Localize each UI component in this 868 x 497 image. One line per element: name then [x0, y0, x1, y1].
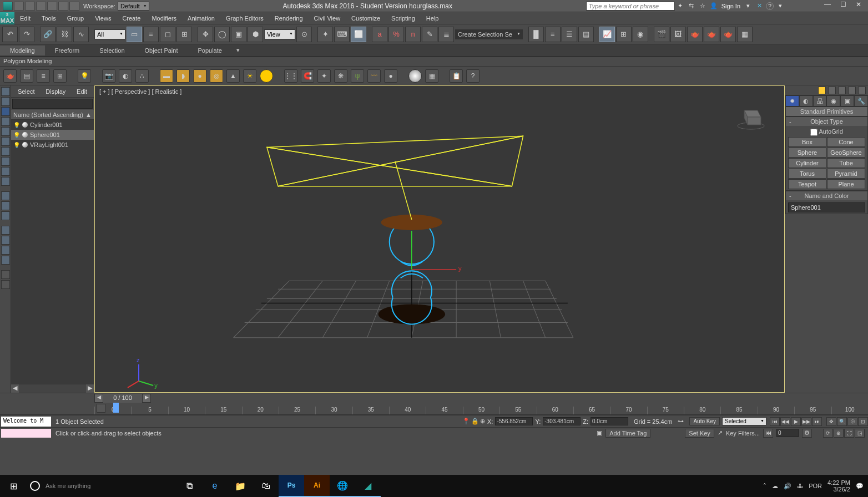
filter-camera-icon[interactable]	[1, 127, 10, 136]
list-item[interactable]: 💡 Cylinder001	[11, 120, 94, 130]
key-arrow-icon[interactable]: ↗	[718, 429, 723, 437]
move-button[interactable]: ✥	[198, 27, 213, 42]
nav-fov-button[interactable]: ⦾	[847, 417, 857, 426]
prev-key-button[interactable]: ⏮	[763, 429, 773, 438]
setkey-button[interactable]: Set Key	[685, 429, 714, 438]
coord-toggle-icon[interactable]: ⊕	[480, 418, 485, 425]
primitive-cone[interactable]: Cone	[827, 137, 865, 147]
nav-extra-button[interactable]: ◲	[855, 429, 865, 438]
edge-app-icon[interactable]: e	[202, 475, 228, 497]
key-icon[interactable]: ⊶	[678, 418, 684, 425]
menu-help[interactable]: Help	[421, 13, 445, 23]
nav-maximize-button[interactable]: ⛶	[844, 429, 854, 438]
ribbon-expand-icon[interactable]: ▾	[236, 47, 240, 54]
viewport-canvas[interactable]: y z y	[95, 86, 784, 392]
slider-left-button[interactable]: ◀	[94, 394, 103, 403]
minimize-button[interactable]: —	[820, 1, 835, 12]
filter-xref-icon[interactable]	[1, 167, 10, 176]
time-config-icon[interactable]	[97, 404, 105, 413]
tray-volume-icon[interactable]: 🔊	[784, 483, 791, 490]
named-selection-button[interactable]: ≣	[438, 27, 454, 42]
grid-icon[interactable]: ⊞	[53, 69, 67, 83]
list-item[interactable]: 💡 Sphere001	[11, 130, 94, 140]
gold-sphere-icon[interactable]	[260, 69, 273, 83]
viewport-label[interactable]: [ + ] [ Perspective ] [ Realistic ]	[99, 88, 181, 95]
hierarchy-tab[interactable]: 品	[813, 95, 827, 106]
cortana-search-input[interactable]: Ask me anything	[43, 483, 176, 489]
close-button[interactable]: ✕	[851, 1, 866, 12]
menu-create[interactable]: Create	[117, 13, 146, 23]
primitive-cylinder[interactable]: Cylinder	[788, 158, 826, 168]
photoshop-app-icon[interactable]: Ps	[279, 475, 304, 497]
star-icon[interactable]: ✦	[317, 69, 331, 83]
filter-light-icon[interactable]	[1, 117, 10, 126]
chrome-app-icon[interactable]: 🌐	[330, 475, 355, 497]
signin-arrow-icon[interactable]: ▾	[744, 2, 753, 11]
ribbon-tab-objectpaint[interactable]: Object Paint	[135, 45, 188, 55]
scene-filter-input[interactable]	[12, 99, 93, 109]
redo-icon[interactable]	[58, 2, 68, 11]
tray-lang[interactable]: POR	[809, 483, 822, 489]
maxscript-listener[interactable]: Welcome to M	[1, 417, 51, 427]
filter-a-icon[interactable]	[1, 191, 10, 200]
menu-scripting[interactable]: Scripting	[386, 13, 421, 23]
primitive-box[interactable]: Box	[788, 137, 826, 147]
rock-icon[interactable]: ●	[384, 69, 397, 83]
subscription-icon[interactable]: ✦	[676, 2, 685, 11]
schematic-button[interactable]: ⊞	[616, 27, 632, 42]
ref-coord-dropdown[interactable]: View	[264, 29, 295, 39]
key-filters-link[interactable]: Key Filters...	[726, 430, 760, 437]
start-button[interactable]: ⊞	[0, 475, 27, 497]
filter-space-icon[interactable]	[1, 147, 10, 156]
store-app-icon[interactable]: 🛍	[253, 475, 279, 497]
placement-button[interactable]: ⬢	[248, 27, 263, 42]
unlink-button[interactable]: ⛓	[57, 27, 72, 42]
grass-icon[interactable]: ψ	[351, 69, 364, 83]
filter-group-icon[interactable]	[1, 157, 10, 166]
bulb-icon[interactable]: 💡	[13, 132, 20, 138]
nav-zoomall-button[interactable]: ⊡	[858, 417, 868, 426]
open-icon[interactable]	[25, 2, 35, 11]
polygon-modeling-panel[interactable]: Polygon Modeling	[0, 57, 868, 67]
time-ruler[interactable]: 0 5 10 15 20 25 30 35 40 45 50 55 60 65 …	[0, 403, 868, 415]
nav-zoom-button[interactable]: 🔍	[837, 417, 847, 426]
help-icon[interactable]: ?	[766, 2, 774, 10]
slider-right-button[interactable]: ▶	[142, 394, 151, 403]
named-selection-dropdown[interactable]: Create Selection Se	[455, 29, 523, 39]
select-object-button[interactable]: ▭	[127, 27, 142, 42]
material-editor-button[interactable]: ◉	[633, 27, 648, 42]
teapot-icon[interactable]: 🫖	[3, 69, 17, 83]
primitive-tube[interactable]: Tube	[827, 158, 865, 168]
coord-y-input[interactable]	[543, 417, 581, 425]
goto-end-button[interactable]: ⏭	[812, 417, 822, 426]
menu-tools[interactable]: Tools	[36, 13, 62, 23]
play-button[interactable]: ▶	[791, 417, 801, 426]
render-iterative-button[interactable]: 🫖	[704, 27, 719, 42]
spinner-snap-button[interactable]: n	[405, 27, 421, 42]
chrome-sphere-icon[interactable]	[408, 69, 422, 83]
save-icon[interactable]	[36, 2, 46, 11]
menu-grapheditors[interactable]: Graph Editors	[220, 13, 269, 23]
menu-edit[interactable]: Edit	[14, 13, 36, 23]
motion-tab[interactable]: ◉	[826, 95, 840, 106]
edit-selection-button[interactable]: ✎	[422, 27, 437, 42]
3dsmax-app-icon[interactable]: ◢	[355, 475, 381, 497]
window-crossing-button[interactable]: ⊞	[176, 27, 192, 42]
scene-hscroll[interactable]: ◀▶	[11, 384, 94, 393]
tray-clock[interactable]: 4:22 PM 3/26/2	[827, 479, 850, 493]
clipboard-icon[interactable]: 📋	[450, 69, 463, 83]
cmd-d-icon[interactable]	[858, 87, 866, 94]
app-icon[interactable]	[3, 2, 13, 11]
max-app-button[interactable]: 3 MAX	[0, 12, 14, 24]
cortana-icon[interactable]	[30, 481, 40, 491]
project-icon[interactable]	[69, 2, 79, 11]
help-arrow-icon[interactable]: ▾	[776, 2, 785, 11]
maximize-button[interactable]: ☐	[836, 1, 850, 12]
snap-toggle-button[interactable]: ⬜	[351, 27, 366, 42]
filter-geom-icon[interactable]	[1, 97, 10, 106]
time-config-button[interactable]: ⚙	[802, 429, 812, 438]
menu-civilview[interactable]: Civil View	[309, 13, 346, 23]
filter-h-icon[interactable]	[1, 270, 10, 279]
select-by-name-button[interactable]: ≡	[143, 27, 159, 42]
select-region-button[interactable]: ◻	[160, 27, 175, 42]
